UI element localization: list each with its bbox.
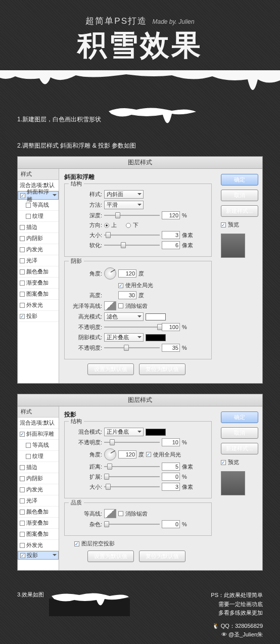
sidebar-item-9[interactable]: 图案叠加 <box>18 289 59 300</box>
checkbox-icon[interactable] <box>20 487 25 492</box>
angle-value[interactable]: 120 <box>118 269 136 278</box>
cancel-button[interactable]: 取消 <box>221 427 258 439</box>
checkbox-icon[interactable] <box>20 543 25 548</box>
new-style-button[interactable]: 新建样式... <box>221 205 258 217</box>
global-light-checkbox[interactable] <box>146 452 151 457</box>
checkbox-icon[interactable] <box>20 314 25 319</box>
highlight-opacity-slider[interactable] <box>104 324 160 330</box>
checkbox-icon[interactable] <box>20 225 25 230</box>
checkbox-icon[interactable] <box>26 214 31 219</box>
checkbox-icon[interactable] <box>20 476 25 481</box>
reset-default-button[interactable]: 复位为默认值 <box>139 363 185 375</box>
ok-button[interactable]: 确定 <box>221 174 258 186</box>
size-value[interactable]: 3 <box>162 231 180 239</box>
checkbox-icon[interactable] <box>20 258 25 263</box>
size-value[interactable]: 3 <box>162 483 180 491</box>
sidebar-item-8[interactable]: 渐变叠加 <box>18 518 59 529</box>
sidebar-item-7[interactable]: 颜色叠加 <box>18 507 59 518</box>
ok-button[interactable]: 确定 <box>221 411 258 423</box>
reset-default-button[interactable]: 复位为默认值 <box>139 550 185 562</box>
highlight-opacity-value[interactable]: 100 <box>162 323 180 331</box>
sidebar-item-5[interactable]: 内发光 <box>18 244 59 255</box>
shadow-opacity-slider[interactable] <box>104 345 160 351</box>
highlight-color-swatch[interactable] <box>146 313 166 320</box>
sidebar-item-2[interactable]: 纹理 <box>18 451 59 462</box>
opacity-value[interactable]: 10 <box>162 438 180 446</box>
antialias-checkbox[interactable] <box>118 303 123 308</box>
sidebar-item-9[interactable]: 图案叠加 <box>18 529 59 540</box>
new-style-button[interactable]: 新建样式... <box>221 443 258 454</box>
checkbox-icon[interactable] <box>20 532 25 537</box>
direction-up-radio[interactable] <box>104 223 109 228</box>
shadow-color-swatch[interactable] <box>146 334 166 341</box>
antialias-checkbox[interactable] <box>118 511 123 516</box>
contour-picker[interactable] <box>104 509 116 518</box>
size-slider[interactable] <box>104 232 160 238</box>
noise-slider[interactable] <box>104 521 160 527</box>
sidebar-item-11[interactable]: 投影 <box>18 311 59 322</box>
preview-checkbox[interactable] <box>221 460 226 465</box>
cancel-button[interactable]: 取消 <box>221 190 258 201</box>
noise-value[interactable]: 0 <box>162 520 180 528</box>
sidebar-item-2[interactable]: 纹理 <box>18 211 59 222</box>
checkbox-icon[interactable] <box>20 498 25 503</box>
sidebar-item-4[interactable]: 内阴影 <box>18 473 59 484</box>
checkbox-icon[interactable] <box>26 203 31 208</box>
sidebar-item-3[interactable]: 描边 <box>18 462 59 473</box>
angle-dial[interactable] <box>104 448 116 461</box>
sidebar-item-0[interactable]: 斜面和浮雕 <box>18 191 59 200</box>
sidebar-item-6[interactable]: 光泽 <box>18 495 59 507</box>
checkbox-icon[interactable] <box>26 443 31 448</box>
sidebar-item-8[interactable]: 渐变叠加 <box>18 278 59 289</box>
shadow-mode-select[interactable]: 正片叠底 <box>104 333 144 342</box>
checkbox-icon[interactable] <box>20 465 25 470</box>
sidebar-item-10[interactable]: 外发光 <box>18 300 59 311</box>
sidebar-item-6[interactable]: 光泽 <box>18 255 59 266</box>
opacity-slider[interactable] <box>104 439 160 445</box>
set-default-button[interactable]: 设置为默认值 <box>87 363 134 375</box>
sidebar-item-0[interactable]: 斜面和浮雕 <box>18 429 59 440</box>
sidebar-item-7[interactable]: 颜色叠加 <box>18 266 59 278</box>
sidebar-item-11[interactable]: 投影 <box>18 551 59 560</box>
checkbox-icon[interactable] <box>20 521 25 526</box>
preview-checkbox[interactable] <box>221 222 226 227</box>
checkbox-icon[interactable] <box>20 269 25 274</box>
method-select[interactable]: 平滑 <box>104 201 144 209</box>
altitude-value[interactable]: 30 <box>118 291 136 299</box>
angle-dial[interactable] <box>104 267 116 280</box>
angle-value[interactable]: 120 <box>118 450 136 458</box>
size-slider[interactable] <box>104 484 160 490</box>
spread-value[interactable]: 0 <box>162 473 180 481</box>
depth-slider[interactable] <box>104 212 160 218</box>
depth-value[interactable]: 120 <box>162 211 180 219</box>
global-light-checkbox[interactable] <box>118 283 123 288</box>
set-default-button[interactable]: 设置为默认值 <box>87 550 134 562</box>
checkbox-icon[interactable] <box>20 303 25 308</box>
style-select[interactable]: 内斜面 <box>104 190 144 199</box>
sidebar-blend-options[interactable]: 混合选项:默认 <box>18 418 59 429</box>
checkbox-icon[interactable] <box>20 432 25 437</box>
distance-value[interactable]: 5 <box>162 463 180 471</box>
distance-slider[interactable] <box>104 464 160 470</box>
sidebar-item-10[interactable]: 外发光 <box>18 540 59 551</box>
checkbox-icon[interactable] <box>20 281 25 286</box>
sidebar-item-3[interactable]: 描边 <box>18 222 59 233</box>
checkbox-icon[interactable] <box>20 292 25 297</box>
spread-slider[interactable] <box>104 474 160 480</box>
checkbox-icon[interactable] <box>20 553 25 558</box>
direction-down-radio[interactable] <box>126 223 131 228</box>
checkbox-icon[interactable] <box>26 454 31 459</box>
checkbox-icon[interactable] <box>20 247 25 252</box>
shadow-opacity-value[interactable]: 35 <box>162 344 180 352</box>
shadow-color-swatch[interactable] <box>146 429 166 436</box>
checkbox-icon[interactable] <box>20 510 25 515</box>
checkbox-icon[interactable] <box>20 193 25 198</box>
checkbox-icon[interactable] <box>20 236 25 241</box>
sidebar-item-1[interactable]: 等高线 <box>18 440 59 451</box>
blend-mode-select[interactable]: 正片叠底 <box>104 428 144 436</box>
sidebar-item-4[interactable]: 内阴影 <box>18 233 59 244</box>
soften-value[interactable]: 6 <box>162 241 180 249</box>
knockout-checkbox[interactable] <box>74 541 79 546</box>
gloss-contour-picker[interactable] <box>104 301 116 310</box>
sidebar-item-5[interactable]: 内发光 <box>18 484 59 495</box>
